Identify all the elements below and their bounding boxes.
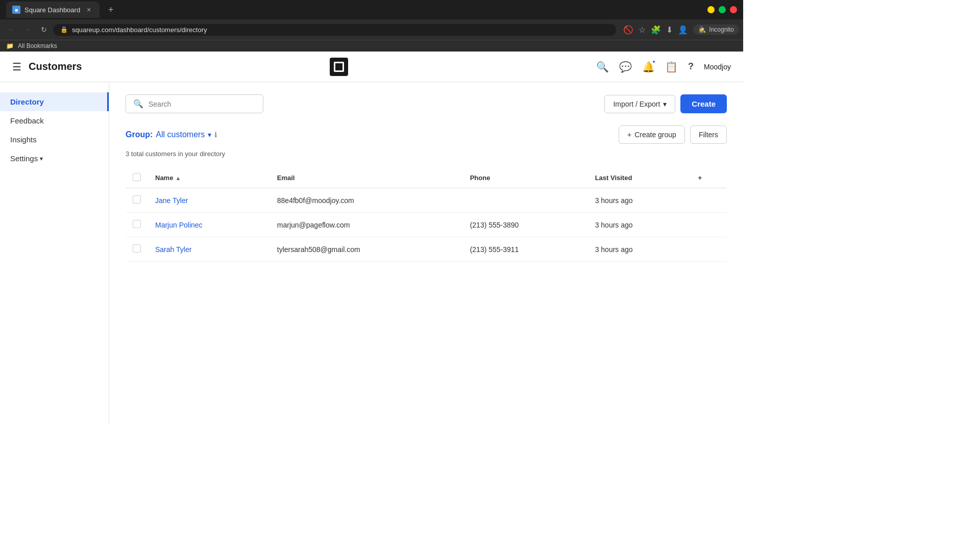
url-text: squareup.com/dashboard/customers/directo… <box>72 26 207 34</box>
td-name-2: Marjun Polinec <box>148 213 270 237</box>
navigation-bar: ← → ↻ 🔒 squareup.com/dashboard/customers… <box>0 19 743 40</box>
incognito-badge: 🕵 Incognito <box>693 24 739 35</box>
group-dropdown-icon[interactable]: ▾ <box>208 131 211 139</box>
sidebar-settings-label: Settings <box>10 154 38 163</box>
filters-button[interactable]: Filters <box>690 126 727 144</box>
profile-icon[interactable]: 👤 <box>678 25 688 35</box>
search-box[interactable]: 🔍 <box>126 94 263 113</box>
td-extra-2 <box>691 213 727 237</box>
group-selector[interactable]: Group: All customers ▾ ℹ <box>126 130 217 139</box>
customer-name-2[interactable]: Marjun Polinec <box>155 221 203 229</box>
customers-table: Name ▲ Email Phone Last Visited + <box>126 168 727 262</box>
th-last-visited: Last Visited <box>588 168 691 188</box>
td-checkbox-1 <box>126 188 148 213</box>
sidebar: Directory Feedback Insights Settings ▾ <box>0 82 109 424</box>
app-header: ☰ Customers 🔍 💬 🔔 📋 ? Moodjoy <box>0 52 743 82</box>
top-bar-actions: Import / Export ▾ Create <box>604 94 727 113</box>
group-value: All customers <box>156 130 205 139</box>
search-icon[interactable]: 🔍 <box>596 61 609 73</box>
customer-name-1[interactable]: Jane Tyler <box>155 196 188 205</box>
sidebar-item-insights[interactable]: Insights <box>0 130 109 149</box>
import-export-button[interactable]: Import / Export ▾ <box>604 95 675 113</box>
customers-count: 3 total customers in your directory <box>126 150 727 158</box>
refresh-button[interactable]: ↻ <box>37 22 51 37</box>
incognito-label: Incognito <box>709 26 734 33</box>
menu-hamburger-icon[interactable]: ☰ <box>12 61 21 73</box>
new-tab-button[interactable]: + <box>104 3 118 17</box>
create-group-label: Create group <box>634 131 676 139</box>
td-phone-1 <box>463 188 588 213</box>
sidebar-item-settings[interactable]: Settings ▾ <box>0 149 109 168</box>
bookmark-icon[interactable]: ☆ <box>639 25 646 35</box>
customer-name-3[interactable]: Sarah Tyler <box>155 245 191 254</box>
row-checkbox-2[interactable] <box>133 220 141 228</box>
td-last-visited-3: 3 hours ago <box>588 237 691 262</box>
search-input[interactable] <box>149 100 256 108</box>
help-icon[interactable]: ? <box>688 61 694 72</box>
square-logo[interactable] <box>330 58 348 76</box>
notification-dot <box>652 60 656 64</box>
maximize-button[interactable] <box>719 6 726 13</box>
sidebar-item-feedback[interactable]: Feedback <box>0 111 109 130</box>
active-tab[interactable]: Square Dashboard × <box>6 2 100 18</box>
row-checkbox-1[interactable] <box>133 195 141 204</box>
td-extra-1 <box>691 188 727 213</box>
td-name-1: Jane Tyler <box>148 188 270 213</box>
td-email-2: marjun@pageflow.com <box>270 213 463 237</box>
th-add-column[interactable]: + <box>691 168 727 188</box>
eye-off-icon: 🚫 <box>623 25 633 35</box>
create-group-plus-icon: + <box>627 131 631 139</box>
row-checkbox-3[interactable] <box>133 244 141 253</box>
close-button[interactable] <box>730 6 737 13</box>
group-info-icon[interactable]: ℹ <box>214 131 217 139</box>
clipboard-icon[interactable]: 📋 <box>665 61 678 73</box>
sidebar-item-directory[interactable]: Directory <box>0 92 109 111</box>
table-row: Marjun Polinec marjun@pageflow.com (213)… <box>126 213 727 237</box>
select-all-checkbox[interactable] <box>133 173 141 181</box>
table-row: Jane Tyler 88e4fb0f@moodjoy.com 3 hours … <box>126 188 727 213</box>
notifications-icon[interactable]: 🔔 <box>642 61 655 73</box>
table-row: Sarah Tyler tylersarah508@gmail.com (213… <box>126 237 727 262</box>
sidebar-insights-label: Insights <box>10 135 37 144</box>
user-name[interactable]: Moodjoy <box>704 63 731 71</box>
sort-icon[interactable]: ▲ <box>175 175 181 181</box>
create-button[interactable]: Create <box>680 94 727 113</box>
main-content: 🔍 Import / Export ▾ Create Group: All cu… <box>109 82 743 424</box>
search-input-icon: 🔍 <box>133 99 143 109</box>
download-icon[interactable]: ⬇ <box>666 25 673 35</box>
td-checkbox-2 <box>126 213 148 237</box>
window-controls <box>707 6 737 13</box>
td-phone-2: (213) 555-3890 <box>463 213 588 237</box>
incognito-icon: 🕵 <box>698 26 706 33</box>
td-last-visited-1: 3 hours ago <box>588 188 691 213</box>
back-button[interactable]: ← <box>4 22 18 37</box>
table-header: Name ▲ Email Phone Last Visited + <box>126 168 727 188</box>
header-center <box>82 58 596 76</box>
th-select-all <box>126 168 148 188</box>
table-body: Jane Tyler 88e4fb0f@moodjoy.com 3 hours … <box>126 188 727 262</box>
extensions-icon[interactable]: 🧩 <box>651 25 661 35</box>
td-last-visited-2: 3 hours ago <box>588 213 691 237</box>
bookmarks-folder-icon: 📁 <box>6 42 14 49</box>
th-name-label: Name <box>155 174 173 182</box>
bookmarks-label: All Bookmarks <box>18 42 57 49</box>
forward-button[interactable]: → <box>20 22 35 37</box>
tab-title: Square Dashboard <box>24 6 80 14</box>
create-group-button[interactable]: + Create group <box>619 126 685 144</box>
bookmarks-bar: 📁 All Bookmarks <box>0 40 743 52</box>
chat-icon[interactable]: 💬 <box>619 61 632 73</box>
browser-action-buttons: 🚫 ☆ 🧩 ⬇ 👤 🕵 Incognito <box>623 24 739 35</box>
browser-chrome: Square Dashboard × + ← → ↻ 🔒 squareup.co… <box>0 0 743 52</box>
import-export-label: Import / Export <box>613 100 660 108</box>
minimize-button[interactable] <box>707 6 715 13</box>
group-bar: Group: All customers ▾ ℹ + Create group … <box>126 126 727 144</box>
address-bar[interactable]: 🔒 squareup.com/dashboard/customers/direc… <box>53 24 616 36</box>
tab-close-button[interactable]: × <box>84 5 93 14</box>
table-header-row: Name ▲ Email Phone Last Visited + <box>126 168 727 188</box>
sidebar-feedback-label: Feedback <box>10 116 44 125</box>
import-export-chevron-icon: ▾ <box>663 100 667 108</box>
settings-chevron-icon: ▾ <box>40 155 43 162</box>
group-actions: + Create group Filters <box>619 126 727 144</box>
td-checkbox-3 <box>126 237 148 262</box>
td-phone-3: (213) 555-3911 <box>463 237 588 262</box>
